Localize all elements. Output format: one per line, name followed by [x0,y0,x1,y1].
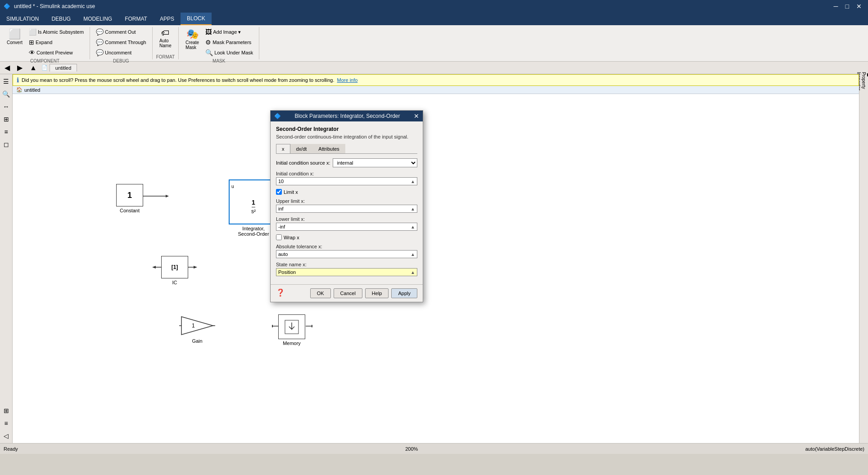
ic-value-input[interactable] [278,179,411,184]
ic-value-spinup[interactable]: ▲ [411,179,415,184]
close-button[interactable]: ✕ [854,2,864,11]
look-under-mask-icon: 🔍 [205,49,213,56]
is-atomic-button[interactable]: ⬜ Is Atomic Subsystem [27,27,86,37]
help-icon: ❓ [276,288,285,298]
memory-arrow-right [306,324,312,328]
sidebar-property[interactable]: ◻ [1,139,12,150]
ribbon-group-component: ⬜ Convert ⬜ Is Atomic Subsystem ⊞ Expand… [0,27,90,59]
lower-limit-row: Lower limit x: ▲ [276,216,417,231]
uncomment-button[interactable]: 💬 Uncomment [94,48,149,58]
up-button[interactable]: ▲ [27,63,40,73]
canvas-area: ℹ Did you mean to scroll? Press the mous… [13,74,859,443]
sidebar-model-browser[interactable]: ☰ [1,76,12,87]
svg-marker-14 [272,325,273,327]
auto-name-button[interactable]: 🏷 AutoName [156,27,175,49]
mask-parameters-label: Mask Parameters [212,40,251,45]
create-mask-label: CreateMask [185,40,199,50]
menu-debug[interactable]: DEBUG [45,13,77,25]
ok-button[interactable]: OK [310,288,331,298]
right-sidebar-collapse[interactable]: ▶ Property Inspector [859,76,868,87]
ic-source-select[interactable]: internal [333,158,417,167]
back-button[interactable]: ◀ [2,62,13,73]
apply-button[interactable]: Apply [391,288,417,298]
expand-label: Expand [36,40,52,45]
expand-icon: ⊞ [29,39,34,46]
sidebar-bottom2[interactable]: ≡ [1,418,12,429]
comment-out-icon: 💬 [96,28,104,36]
dialog-tab-dxdt[interactable]: dx/dt [290,144,313,153]
sidebar-collapse[interactable]: ◁ [1,430,12,441]
svg-marker-1 [166,195,169,197]
model-tab[interactable]: untitled [50,64,77,72]
dialog-body: Second-Order Integrator Second-order con… [271,121,423,284]
menu-format[interactable]: FORMAT [118,13,154,25]
ic-source-row: Initial condition source x: internal [276,158,417,167]
format-items: 🏷 AutoName [156,27,175,54]
sidebar-bottom1[interactable]: ⊞ [1,405,12,416]
upper-limit-label: Upper limit x: [276,198,417,204]
breadcrumb-text: untitled [24,87,40,93]
maximize-button[interactable]: □ [843,2,852,11]
menu-apps[interactable]: APPS [154,13,181,25]
cancel-button[interactable]: Cancel [334,288,362,298]
lower-limit-input[interactable] [278,224,411,229]
expand-button[interactable]: ⊞ Expand [27,37,86,47]
upper-limit-input[interactable] [278,206,411,211]
dialog-tab-attributes[interactable]: Attributes [312,144,345,153]
upper-limit-row: Upper limit x: ▲ [276,198,417,213]
integrator-u-port: u [231,184,234,189]
state-name-input[interactable] [278,269,411,275]
comment-through-button[interactable]: 💬 Comment Through [94,37,149,47]
convert-button[interactable]: ⬜ Convert [4,27,26,46]
canvas[interactable]: 1 Constant u x dx [13,94,859,441]
comment-out-button[interactable]: 💬 Comment Out [94,27,149,37]
abs-tol-spinup[interactable]: ▲ [411,252,415,257]
info-link[interactable]: More info [337,77,358,83]
uncomment-label: Uncomment [105,50,131,55]
upper-limit-spinup[interactable]: ▲ [411,206,415,211]
create-mask-icon: 🎭 [186,28,199,40]
menu-block[interactable]: BLOCK [181,13,212,25]
sidebar-list[interactable]: ≡ [1,126,12,137]
block-memory[interactable]: Memory [278,314,305,346]
auto-name-icon: 🏷 [161,28,169,38]
wrap-x-checkbox[interactable] [276,234,282,240]
state-name-spinup[interactable]: ▲ [411,270,415,275]
block-parameters-dialog[interactable]: 🔷 Block Parameters: Integrator, Second-O… [270,110,423,302]
ic-value: [1] [172,264,178,270]
create-mask-button[interactable]: 🎭 CreateMask [182,27,202,51]
uncomment-icon: 💬 [96,49,104,56]
block-constant[interactable]: 1 Constant [116,184,143,213]
content-preview-button[interactable]: 👁 Content Preview [27,48,86,58]
info-bar: ℹ Did you mean to scroll? Press the mous… [13,74,859,86]
add-image-button[interactable]: 🖼 Add Image ▾ [203,27,255,37]
lower-limit-spinup[interactable]: ▲ [411,224,415,229]
minimize-button[interactable]: ─ [831,2,841,11]
sidebar-search[interactable]: 🔍 [1,89,12,99]
menu-simulation[interactable]: SIMULATION [0,13,45,25]
state-name-input-wrapper: ▲ [276,268,417,276]
ic-value-row: Initial condition x: ▲ [276,171,417,185]
sidebar-symbol[interactable]: ⊞ [1,114,12,125]
ic-value-label: Initial condition x: [276,171,417,176]
ic-arrow-right [188,265,197,269]
dialog-block-title: Second-Order Integrator [276,126,417,132]
ribbon: ⬜ Convert ⬜ Is Atomic Subsystem ⊞ Expand… [0,25,868,62]
menu-modeling[interactable]: MODELING [77,13,118,25]
limit-x-checkbox[interactable] [276,189,282,195]
mask-parameters-icon: ⚙ [205,39,211,46]
sidebar-arrow[interactable]: ↔ [1,101,12,112]
abs-tol-input[interactable] [278,251,411,257]
ribbon-group-debug: 💬 Comment Out 💬 Comment Through 💬 Uncomm… [90,27,153,59]
dialog-close-button[interactable]: ✕ [414,112,419,120]
mask-parameters-button[interactable]: ⚙ Mask Parameters [203,37,255,47]
block-gain[interactable]: 1 Gain [179,314,215,344]
help-button[interactable]: Help [365,288,389,298]
block-ic[interactable]: [1] IC [161,256,188,285]
forward-button[interactable]: ▶ [14,62,25,73]
abs-tol-label: Absolute tolerance x: [276,244,417,249]
look-under-mask-button[interactable]: 🔍 Look Under Mask [203,48,255,58]
memory-arrow-left [272,324,279,328]
dialog-tab-x[interactable]: x [276,144,290,153]
svg-marker-5 [194,266,197,269]
